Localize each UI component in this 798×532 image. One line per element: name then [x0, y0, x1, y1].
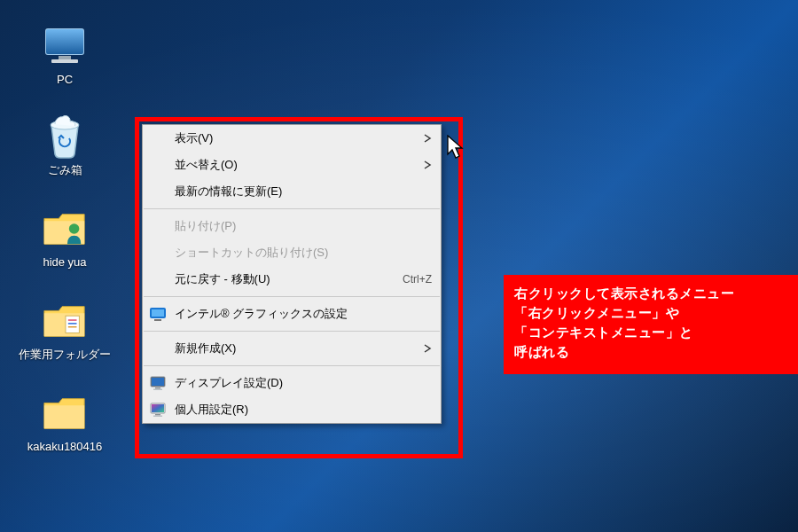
svg-rect-11: [152, 309, 164, 317]
svg-rect-20: [153, 416, 162, 418]
menu-item-intel-graphics[interactable]: インテル® グラフィックスの設定: [143, 301, 441, 327]
personalization-icon: [148, 400, 168, 419]
menu-item-paste: 貼り付け(P): [143, 213, 441, 239]
menu-item-view[interactable]: 表示(V): [143, 125, 441, 152]
desktop-icon-user-folder[interactable]: hide yua: [16, 206, 113, 269]
menu-separator: [144, 296, 440, 297]
svg-rect-1: [46, 29, 83, 54]
submenu-arrow-icon: [423, 132, 432, 145]
menu-item-personalization[interactable]: 個人用設定(R): [143, 396, 441, 423]
menu-item-label: 元に戻す - 移動(U): [175, 271, 403, 287]
menu-separator: [144, 365, 440, 366]
desktop-icon-folder[interactable]: kakaku180416: [16, 390, 113, 453]
desktop-icon-label: hide yua: [16, 255, 113, 269]
display-settings-icon: [148, 373, 168, 393]
svg-rect-6: [66, 316, 79, 332]
annotation-line: 「コンテキストメニュー」と: [514, 323, 789, 342]
annotation-line: 右クリックして表示されるメニュー: [514, 284, 789, 303]
menu-item-label: 最新の情報に更新(E): [175, 184, 432, 200]
desktop-icon-recycle-bin[interactable]: ごみ箱: [16, 113, 113, 176]
annotation-callout: 右クリックして表示されるメニュー 「右クリックメニュー」や 「コンテキストメニュ…: [504, 275, 798, 374]
svg-rect-12: [154, 319, 161, 321]
menu-separator: [144, 208, 440, 209]
menu-item-undo-move[interactable]: 元に戻す - 移動(U) Ctrl+Z: [143, 266, 441, 293]
menu-item-label: 貼り付け(P): [175, 218, 432, 234]
menu-item-display-settings[interactable]: ディスプレイ設定(D): [143, 370, 441, 396]
svg-rect-2: [59, 56, 71, 59]
svg-rect-18: [152, 404, 164, 412]
intel-graphics-icon: [148, 304, 168, 324]
recycle-bin-icon: [42, 113, 88, 160]
desktop-icon-pc[interactable]: PC: [16, 23, 113, 86]
svg-rect-14: [152, 378, 164, 386]
menu-item-sort[interactable]: 並べ替え(O): [143, 152, 441, 178]
svg-rect-3: [51, 59, 78, 63]
folder-icon: [42, 390, 88, 436]
menu-item-label: ディスプレイ設定(D): [175, 375, 432, 391]
menu-item-paste-shortcut: ショートカットの貼り付け(S): [143, 239, 441, 266]
menu-item-refresh[interactable]: 最新の情報に更新(E): [143, 178, 441, 205]
annotation-line: 「右クリックメニュー」や: [514, 303, 789, 323]
svg-rect-19: [155, 414, 160, 416]
submenu-arrow-icon: [423, 159, 432, 172]
menu-separator: [144, 331, 440, 332]
submenu-arrow-icon: [423, 342, 432, 356]
desktop-icon-label: kakaku180416: [16, 440, 113, 453]
desktop-icon-work-folder[interactable]: 作業用フォルダー: [16, 298, 113, 361]
menu-item-label: 並べ替え(O): [175, 157, 416, 173]
menu-item-label: 個人用設定(R): [175, 402, 432, 418]
menu-item-label: インテル® グラフィックスの設定: [175, 306, 432, 322]
desktop-icon-label: PC: [16, 73, 113, 86]
menu-item-label: 新規作成(X): [175, 340, 416, 356]
menu-item-shortcut: Ctrl+Z: [403, 273, 432, 286]
menu-item-label: ショートカットの貼り付け(S): [175, 245, 432, 261]
menu-item-new[interactable]: 新規作成(X): [143, 335, 441, 362]
desktop-icon-label: ごみ箱: [16, 163, 113, 176]
annotation-line: 呼ばれる: [514, 342, 789, 362]
work-folder-icon: [42, 298, 88, 344]
desktop-icon-label: 作業用フォルダー: [16, 348, 113, 361]
pc-icon: [42, 23, 88, 69]
svg-rect-15: [155, 387, 160, 389]
svg-point-5: [69, 223, 80, 234]
menu-item-label: 表示(V): [175, 130, 416, 146]
user-folder-icon: [42, 206, 88, 252]
desktop-context-menu: 表示(V) 並べ替え(O) 最新の情報に更新(E) 貼り付け(P) ショートカッ…: [142, 124, 442, 424]
svg-rect-16: [153, 389, 162, 391]
